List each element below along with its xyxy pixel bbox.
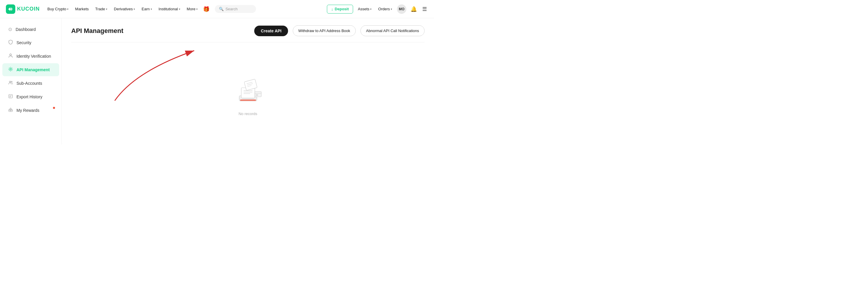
create-api-button[interactable]: Create API — [254, 26, 288, 36]
sidebar-item-dashboard[interactable]: ⊙ Dashboard — [2, 23, 59, 36]
chevron-down-icon: ▾ — [67, 8, 68, 10]
chevron-down-icon: ▾ — [133, 8, 135, 10]
chevron-down-icon: ▾ — [179, 8, 180, 10]
header: KUCOIN Buy Crypto ▾ Markets Trade ▾ Deri… — [0, 0, 434, 18]
search-placeholder: Search — [225, 7, 238, 11]
user-icon — [8, 53, 13, 59]
svg-point-1 — [10, 54, 11, 56]
shield-icon — [8, 40, 13, 45]
bell-icon[interactable]: 🔔 — [409, 5, 418, 13]
empty-state: No records — [71, 50, 425, 138]
sidebar-item-security[interactable]: Security — [2, 36, 59, 49]
layout: ⊙ Dashboard Security Identity Verificati… — [0, 18, 434, 144]
svg-rect-23 — [256, 94, 258, 96]
abnormal-notify-button[interactable]: Abnormal API Call Notifications — [361, 25, 425, 36]
chevron-down-icon: ▾ — [196, 8, 198, 10]
sidebar-item-my-rewards[interactable]: My Rewards — [2, 104, 59, 117]
sidebar-item-sub-accounts[interactable]: Sub-Accounts — [2, 77, 59, 90]
nav-buy-crypto[interactable]: Buy Crypto ▾ — [45, 5, 71, 13]
page-header: API Management Create API Withdraw to AP… — [71, 25, 425, 42]
search-box[interactable]: 🔍 Search — [215, 5, 256, 13]
orders-button[interactable]: Orders ▾ — [376, 5, 394, 13]
gift-icon[interactable]: 🎁 — [203, 6, 210, 12]
empty-illustration — [229, 71, 267, 107]
svg-rect-11 — [242, 98, 254, 99]
logo-text: KUCOIN — [17, 6, 40, 12]
api-icon — [8, 67, 13, 73]
avatar[interactable]: MO — [397, 4, 406, 14]
svg-point-3 — [9, 81, 11, 83]
search-icon: 🔍 — [219, 7, 224, 11]
deposit-icon: ↓ — [331, 7, 333, 11]
no-records-text: No records — [239, 111, 257, 116]
deposit-button[interactable]: ↓ Deposit — [327, 5, 353, 13]
sidebar: ⊙ Dashboard Security Identity Verificati… — [0, 18, 62, 144]
nav-institutional[interactable]: Institutional ▾ — [156, 5, 183, 13]
chevron-down-icon: ▾ — [370, 8, 372, 10]
nav-derivatives[interactable]: Derivatives ▾ — [112, 5, 137, 13]
chevron-down-icon: ▾ — [151, 8, 152, 10]
page-title: API Management — [71, 27, 249, 35]
svg-point-2 — [10, 69, 11, 70]
sidebar-item-api-management[interactable]: API Management — [2, 63, 59, 76]
sidebar-item-export-history[interactable]: Export History — [2, 90, 59, 103]
nav-more[interactable]: More ▾ — [185, 5, 200, 13]
svg-rect-21 — [255, 92, 261, 97]
withdraw-address-button[interactable]: Withdraw to API Address Book — [293, 25, 356, 36]
svg-point-4 — [11, 81, 12, 83]
nav-markets[interactable]: Markets — [73, 5, 91, 13]
rewards-badge — [53, 107, 55, 109]
dashboard-icon: ⊙ — [8, 27, 12, 32]
rewards-icon — [8, 107, 13, 113]
svg-rect-17 — [244, 79, 257, 91]
nav-trade[interactable]: Trade ▾ — [93, 5, 110, 13]
menu-icon[interactable]: ☰ — [421, 5, 428, 13]
chevron-down-icon: ▾ — [106, 8, 107, 10]
main-content: API Management Create API Withdraw to AP… — [62, 18, 434, 144]
chevron-down-icon: ▾ — [391, 8, 392, 10]
svg-rect-12 — [240, 99, 256, 101]
sidebar-item-identity-verification[interactable]: Identity Verification — [2, 50, 59, 63]
header-right: ↓ Deposit Assets ▾ Orders ▾ MO 🔔 ☰ — [327, 4, 428, 14]
nav-earn[interactable]: Earn ▾ — [139, 5, 154, 13]
logo[interactable]: KUCOIN — [6, 4, 40, 14]
assets-button[interactable]: Assets ▾ — [356, 5, 373, 13]
export-icon — [8, 94, 13, 100]
sub-accounts-icon — [8, 81, 13, 86]
